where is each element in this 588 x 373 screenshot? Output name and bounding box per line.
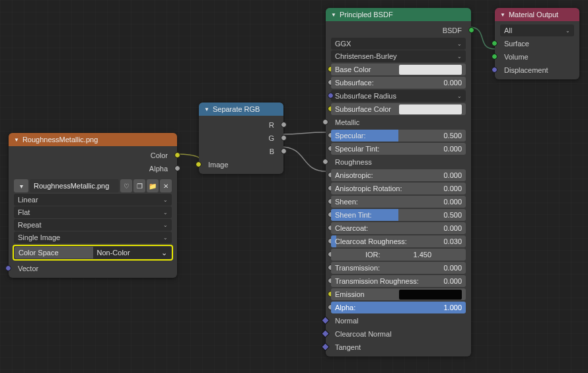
socket-r-out[interactable] <box>281 122 287 128</box>
node-header[interactable]: ▼ RoughnessMetallic.png <box>9 133 177 146</box>
output-color: Color <box>9 149 177 162</box>
socket-image-in[interactable] <box>196 161 202 167</box>
input-displacement: Displacement <box>495 63 579 77</box>
metallic-row: Metallic <box>326 116 471 129</box>
tangent-row: Tangent <box>326 341 471 354</box>
sheen-tint-slider[interactable]: Sheen Tint:0.500 <box>331 209 466 221</box>
node-header[interactable]: ▼ Material Output <box>495 8 579 21</box>
image-datablock-icon[interactable]: ▾ <box>14 179 28 192</box>
collapse-triangle-icon[interactable]: ▼ <box>500 12 505 18</box>
socket-surface-in[interactable] <box>492 40 497 46</box>
emission-swatch[interactable] <box>399 290 462 300</box>
socket-color-out[interactable] <box>174 152 180 158</box>
chevron-down-icon: ⌄ <box>163 210 168 216</box>
chevron-down-icon: ⌄ <box>163 235 168 241</box>
input-vector: Vector <box>9 262 177 275</box>
chevron-down-icon: ⌄ <box>457 54 462 60</box>
specular-tint-slider[interactable]: Specular Tint:0.000 <box>331 143 466 155</box>
subsurface-radius-row[interactable]: Subsurface Radius⌄ <box>331 90 466 102</box>
socket-g-out[interactable] <box>281 135 287 141</box>
image-name-field[interactable]: RoughnessMetallic.png <box>30 179 119 192</box>
socket-displacement-in[interactable] <box>492 67 497 73</box>
socket-roughness[interactable] <box>322 159 328 165</box>
socket-normal[interactable] <box>321 316 330 325</box>
ior-field[interactable]: IOR:1.450 <box>331 249 466 261</box>
base-color-swatch[interactable] <box>399 65 462 75</box>
alpha-slider[interactable]: Alpha:1.000 <box>331 302 466 313</box>
node-title: Principled BSDF <box>340 11 393 19</box>
output-r: R <box>199 118 283 132</box>
separate-rgb-node[interactable]: ▼ Separate RGB R G B Image <box>199 103 283 174</box>
chevron-down-icon: ⌄ <box>161 249 167 257</box>
base-color-row: Base Color <box>331 63 466 75</box>
new-image-icon[interactable]: ❐ <box>133 179 145 192</box>
node-header[interactable]: ▼ Principled BSDF <box>326 8 471 21</box>
unlink-icon[interactable]: ✕ <box>160 179 172 192</box>
node-title: Material Output <box>509 11 558 19</box>
socket-bsdf-out[interactable] <box>468 27 474 33</box>
target-dropdown[interactable]: All⌄ <box>500 24 574 36</box>
projection-dropdown[interactable]: Flat⌄ <box>14 206 172 218</box>
roughness-row: Roughness <box>326 155 471 169</box>
sheen-slider[interactable]: Sheen:0.000 <box>331 196 466 208</box>
node-title: Separate RGB <box>213 105 260 113</box>
normal-row: Normal <box>326 314 471 327</box>
subsurface-method-dropdown[interactable]: Christensen-Burley⌄ <box>331 50 466 62</box>
socket-subsurface-radius[interactable] <box>328 93 334 99</box>
chevron-down-icon: ⌄ <box>457 41 462 47</box>
input-image: Image <box>199 158 283 171</box>
output-bsdf: BSDF <box>326 24 471 37</box>
transmission-roughness-slider[interactable]: Transmission Roughness:0.000 <box>331 275 466 287</box>
output-alpha: Alpha <box>9 162 177 175</box>
distribution-dropdown[interactable]: GGX⌄ <box>331 38 466 50</box>
input-surface: Surface <box>495 37 579 50</box>
socket-clearcoat-normal[interactable] <box>321 329 330 338</box>
principled-bsdf-node[interactable]: ▼ Principled BSDF BSDF GGX⌄ Christensen-… <box>326 8 471 356</box>
image-texture-node[interactable]: ▼ RoughnessMetallic.png Color Alpha ▾ Ro… <box>9 133 177 278</box>
collapse-triangle-icon[interactable]: ▼ <box>14 137 19 143</box>
clearcoat-slider[interactable]: Clearcoat:0.000 <box>331 222 466 234</box>
socket-b-out[interactable] <box>281 148 287 154</box>
collapse-triangle-icon[interactable]: ▼ <box>331 12 336 18</box>
fake-user-icon[interactable]: ♡ <box>120 179 132 192</box>
collapse-triangle-icon[interactable]: ▼ <box>204 106 209 112</box>
specular-slider[interactable]: Specular:0.500 <box>331 130 466 142</box>
input-volume: Volume <box>495 50 579 63</box>
socket-alpha-out[interactable] <box>174 165 180 171</box>
interpolation-dropdown[interactable]: Linear⌄ <box>14 194 172 206</box>
colorspace-highlight: Color Space Non-Color⌄ <box>13 245 173 261</box>
material-output-node[interactable]: ▼ Material Output All⌄ Surface Volume Di… <box>495 8 579 79</box>
extension-dropdown[interactable]: Repeat⌄ <box>14 219 172 231</box>
output-b: B <box>199 145 283 158</box>
socket-tangent[interactable] <box>321 343 330 351</box>
node-header[interactable]: ▼ Separate RGB <box>199 103 283 116</box>
colorspace-label: Color Space <box>15 247 93 259</box>
subsurface-color-swatch[interactable] <box>399 104 462 114</box>
transmission-slider[interactable]: Transmission:0.000 <box>331 262 466 274</box>
chevron-down-icon: ⌄ <box>566 28 570 34</box>
chevron-down-icon: ⌄ <box>163 197 168 203</box>
clearcoat-normal-row: Clearcoat Normal <box>326 327 471 341</box>
source-dropdown[interactable]: Single Image⌄ <box>14 231 172 243</box>
subsurface-color-row: Subsurface Color <box>331 103 466 115</box>
image-file-row: ▾ RoughnessMetallic.png ♡ ❐ 📁 ✕ <box>14 179 172 192</box>
socket-metallic[interactable] <box>322 119 328 125</box>
subsurface-slider[interactable]: Subsurface:0.000 <box>331 77 466 89</box>
node-title: RoughnessMetallic.png <box>22 136 98 144</box>
anisotropic-slider[interactable]: Anisotropic:0.000 <box>331 169 466 181</box>
clearcoat-roughness-slider[interactable]: Clearcoat Roughness:0.030 <box>331 235 466 247</box>
emission-row: Emission <box>331 288 466 300</box>
colorspace-dropdown[interactable]: Non-Color⌄ <box>93 247 172 259</box>
socket-volume-in[interactable] <box>492 54 497 60</box>
chevron-down-icon: ⌄ <box>163 222 168 228</box>
open-image-icon[interactable]: 📁 <box>147 179 159 192</box>
output-g: G <box>199 132 283 145</box>
socket-vector-in[interactable] <box>5 265 11 271</box>
anisotropic-rotation-slider[interactable]: Anisotropic Rotation:0.000 <box>331 183 466 194</box>
